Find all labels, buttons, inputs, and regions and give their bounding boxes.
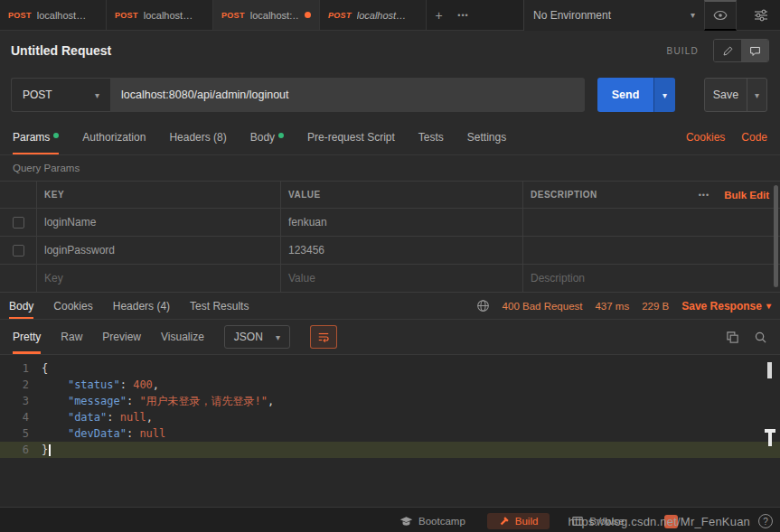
tab-label: localhost… (37, 10, 86, 21)
bulk-edit-link[interactable]: Bulk Edit (724, 190, 769, 201)
method-value: POST (23, 89, 52, 101)
tab-overflow-button[interactable]: ••• (451, 0, 475, 30)
params-more-button[interactable]: ••• (699, 191, 710, 200)
send-options-button[interactable]: ▾ (653, 78, 675, 112)
save-response-button[interactable]: Save Response ▾ (681, 300, 771, 313)
tab-method-badge: POST (221, 11, 245, 20)
request-header-actions: BUILD (667, 39, 769, 62)
param-description-placeholder[interactable]: Description (522, 265, 780, 292)
new-tab-button[interactable]: + (427, 0, 451, 30)
code-line-4: 4 "data": null, (0, 409, 780, 425)
response-tab-headers[interactable]: Headers (4) (113, 293, 170, 319)
build-mode-button[interactable]: Build (487, 513, 550, 529)
code-line-3: 3 "message": "用户未登录，请先登录!", (0, 393, 780, 409)
param-value-input[interactable]: 123456 (280, 237, 522, 264)
url-bar: POST ▾ localhost:8080/api/admin/loginout… (0, 70, 780, 119)
bootcamp-button[interactable]: Bootcamp (399, 515, 465, 528)
wrap-text-icon (317, 331, 330, 343)
scrollbar-marker (765, 429, 775, 433)
response-view-actions (726, 320, 767, 354)
network-globe-icon[interactable] (476, 299, 490, 313)
search-response-button[interactable] (754, 331, 767, 344)
tab-label: localhost… (144, 10, 193, 21)
column-header-description: DESCRIPTION (522, 182, 661, 208)
wrap-lines-toggle[interactable] (310, 325, 337, 349)
row-checkbox[interactable] (13, 245, 24, 257)
param-description-input[interactable] (522, 209, 780, 236)
param-row-empty: Key Value Description (0, 265, 780, 293)
response-meta: 400 Bad Request 437 ms 229 B Save Respon… (476, 293, 771, 319)
tab-label: localhost… (357, 10, 406, 21)
url-value: localhost:8080/api/admin/loginout (121, 89, 289, 101)
send-button[interactable]: Send (597, 78, 653, 112)
response-body-editor[interactable]: 1 { 2 "status": 400, 3 "message": "用户未登录… (0, 355, 780, 507)
tab-settings-label: Settings (467, 131, 506, 144)
green-dot-icon (53, 133, 59, 138)
tab-headers[interactable]: Headers (8) (169, 119, 226, 154)
send-split-button: Send ▾ (597, 78, 675, 112)
params-table: KEY VALUE DESCRIPTION ••• Bulk Edit logi… (0, 181, 780, 293)
request-tab-4-preview[interactable]: POST localhost… (320, 0, 427, 30)
tab-tests[interactable]: Tests (418, 119, 444, 154)
copy-response-button[interactable] (726, 331, 739, 344)
tab-settings[interactable]: Settings (467, 119, 506, 154)
tab-body[interactable]: Body (250, 119, 284, 154)
tab-pre-request-script[interactable]: Pre-request Script (307, 119, 395, 154)
column-header-value: VALUE (280, 182, 522, 208)
save-button[interactable]: Save (705, 79, 747, 111)
environment-quick-look-button[interactable] (704, 0, 737, 31)
settings-sliders-button[interactable] (747, 0, 775, 31)
tab-method-badge: POST (328, 11, 352, 20)
request-tabs: Params Authorization Headers (8) Body Pr… (0, 119, 780, 155)
pencil-icon (722, 45, 734, 57)
search-icon (754, 331, 767, 344)
param-key-input[interactable]: loginName (36, 209, 280, 236)
save-response-label: Save Response (681, 300, 762, 313)
response-tab-cookies[interactable]: Cookies (53, 293, 92, 319)
row-checkbox[interactable] (13, 217, 24, 229)
params-scrollbar[interactable] (774, 185, 778, 287)
view-tab-visualize[interactable]: Visualize (161, 320, 204, 354)
response-tab-test-results[interactable]: Test Results (190, 293, 249, 319)
edit-request-button[interactable] (714, 40, 741, 61)
tab-label: localhost:… (250, 10, 299, 21)
request-tab-3-active[interactable]: POST localhost:… (213, 0, 320, 30)
hammer-icon (499, 516, 510, 527)
tab-tests-label: Tests (418, 131, 444, 144)
view-tab-preview[interactable]: Preview (102, 320, 141, 354)
param-key-input[interactable]: loginPassword (36, 237, 280, 264)
save-options-button[interactable]: ▾ (747, 79, 766, 111)
code-line-6-cursor: 6 } (0, 442, 780, 458)
param-value-placeholder[interactable]: Value (280, 265, 522, 292)
view-tab-pretty[interactable]: Pretty (13, 320, 41, 354)
tab-params[interactable]: Params (13, 119, 59, 154)
status-code-badge: 400 Bad Request (503, 301, 583, 312)
param-value-input[interactable]: fenkuan (280, 209, 522, 236)
edit-comment-segmented-control (713, 39, 769, 62)
format-selector[interactable]: JSON ▾ (224, 325, 290, 349)
environment-selector[interactable]: No Environment ▾ (523, 0, 704, 31)
view-tab-raw[interactable]: Raw (61, 320, 82, 354)
watermark-text: https://blog.csdn.net/Mr_FenKuan (568, 515, 750, 528)
tab-authorization-label: Authorization (82, 131, 146, 144)
request-tab-1[interactable]: POST localhost… (0, 0, 107, 30)
line-number: 3 (0, 393, 42, 409)
comments-button[interactable] (741, 40, 768, 61)
help-icon[interactable]: ? (758, 514, 773, 528)
method-selector[interactable]: POST ▾ (11, 78, 110, 112)
tab-authorization[interactable]: Authorization (82, 119, 146, 154)
cookies-link[interactable]: Cookies (686, 131, 725, 144)
request-title: Untitled Request (11, 43, 111, 58)
response-size-badge: 229 B (642, 301, 669, 312)
code-link[interactable]: Code (741, 131, 767, 144)
text-cursor (49, 444, 51, 456)
param-description-input[interactable] (522, 237, 780, 264)
chevron-down-icon: ▾ (691, 10, 695, 20)
code-line-1: 1 { (0, 360, 780, 377)
code-line-2: 2 "status": 400, (0, 377, 780, 393)
request-tab-2[interactable]: POST localhost… (107, 0, 213, 30)
response-tab-body[interactable]: Body (9, 293, 33, 319)
param-key-placeholder[interactable]: Key (36, 265, 280, 292)
row-checkbox-cell (0, 237, 36, 264)
url-input[interactable]: localhost:8080/api/admin/loginout (110, 78, 585, 112)
